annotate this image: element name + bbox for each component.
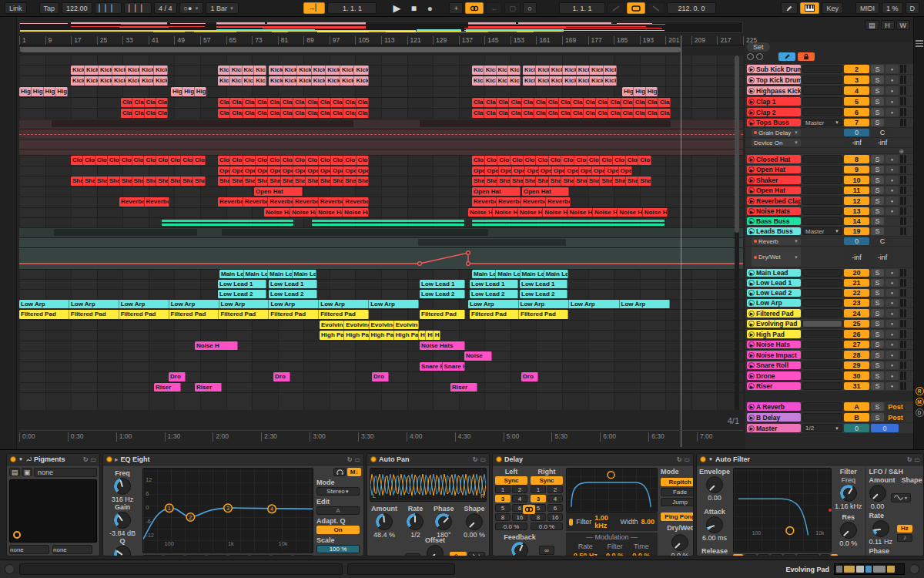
automation-value-box[interactable]: -inf: [871, 247, 894, 267]
show-mixer-toggle-m[interactable]: M: [916, 398, 924, 406]
arm-button[interactable]: ●: [886, 382, 899, 390]
track-header-row[interactable]: ▶High Pad26S●: [745, 329, 913, 339]
solo-button[interactable]: S: [871, 382, 884, 390]
device-on-led[interactable]: [370, 456, 377, 462]
output-routing-menu[interactable]: Master▼: [802, 119, 842, 126]
clip[interactable]: KickKickKickKickKickKickKick: [523, 66, 617, 75]
time-signature-field[interactable]: 4 / 4: [154, 2, 177, 14]
arm-button[interactable]: ●: [886, 187, 899, 194]
beat-button-2[interactable]: 2: [547, 486, 563, 493]
track-number-badge[interactable]: 23: [844, 299, 869, 307]
sync-toggle-right[interactable]: Sync: [531, 476, 563, 485]
track-header-row[interactable]: ▶Noise Hats13S●: [745, 207, 913, 216]
save-preset-icon[interactable]: ▭: [354, 456, 360, 463]
af-release-knob[interactable]: [706, 556, 723, 556]
arm-button[interactable]: ●: [886, 341, 899, 348]
solo-button[interactable]: S: [871, 289, 884, 297]
solo-button[interactable]: S: [871, 108, 884, 116]
draw-mode-button[interactable]: [781, 2, 798, 14]
solo-button[interactable]: S: [871, 371, 884, 380]
show-detail-button[interactable]: [909, 564, 919, 574]
lock-icon[interactable]: ▣: [22, 468, 32, 476]
track-number-badge[interactable]: 7: [844, 119, 869, 126]
clip[interactable]: HighHighHighHigh: [19, 87, 68, 96]
track-header-row[interactable]: ⊕: [745, 148, 913, 153]
radio-icon-1[interactable]: [747, 53, 754, 60]
input-routing-box[interactable]: [802, 65, 842, 73]
automation-device-menu[interactable]: Dry/Wet▼: [752, 247, 801, 267]
adaptive-q-toggle[interactable]: On: [316, 526, 360, 534]
post-toggle[interactable]: Post: [886, 413, 906, 422]
hot-swap-icon[interactable]: ↻: [907, 456, 912, 463]
track-header-row[interactable]: ▶Evolving Pad25S●: [745, 319, 913, 328]
arrangement-row-tops-buss[interactable]: [19, 119, 743, 129]
af-envelope-knob[interactable]: [706, 476, 723, 493]
af-attack-knob[interactable]: [706, 516, 723, 533]
clip[interactable]: Low ArpLow ArpLow ArpLow Arp: [468, 300, 670, 308]
track-title[interactable]: ▶Highpass Kick: [747, 86, 801, 95]
solo-button[interactable]: S: [871, 351, 884, 359]
arm-button[interactable]: ●: [886, 330, 899, 338]
track-number-badge[interactable]: 5: [844, 97, 869, 106]
automation-device-menu[interactable]: Grain Delay▼: [752, 129, 801, 136]
beat-button-1[interactable]: 1: [531, 486, 546, 493]
hot-swap-icon[interactable]: ↻: [473, 456, 478, 463]
af-res-knob[interactable]: [840, 522, 857, 539]
track-header-row[interactable]: ▶Drone30S●: [745, 371, 913, 381]
track-title[interactable]: ▶Reverbed Clap: [747, 197, 801, 205]
filter-type-notch[interactable]: [771, 554, 782, 556]
clip[interactable]: ClosClosClosClosClosClosClosClosClosClos…: [71, 156, 206, 165]
track-header-row[interactable]: Grain Delay▼0C: [745, 128, 913, 137]
track-header-row[interactable]: Device On▼-inf-inf: [745, 138, 913, 147]
track-number-badge[interactable]: 31: [844, 382, 869, 390]
input-routing-box[interactable]: [802, 97, 842, 106]
input-routing-box[interactable]: [802, 166, 842, 173]
clip[interactable]: ClapClapClapClap: [121, 109, 168, 118]
arrangement-row-plus[interactable]: [19, 150, 743, 156]
autopan-rate-knob[interactable]: [407, 513, 424, 530]
input-routing-box[interactable]: [802, 309, 842, 318]
beat-button-3[interactable]: 3: [531, 495, 546, 502]
punch-out-button[interactable]: [648, 2, 665, 14]
track-height-toggle-h[interactable]: H: [881, 20, 895, 30]
hot-swap-icon[interactable]: ↻: [347, 456, 353, 463]
lfo-phase-knob[interactable]: [869, 556, 886, 556]
fold-icon[interactable]: ▼: [18, 457, 23, 462]
track-title[interactable]: ▶Sub Kick Drum: [747, 65, 801, 73]
mode-jump[interactable]: Jump: [661, 498, 694, 506]
track-header-row[interactable]: ▶Clap 26S●: [745, 107, 913, 117]
input-routing-box[interactable]: [802, 217, 842, 225]
track-title[interactable]: ▶B Delay: [747, 413, 801, 422]
punch-in-button[interactable]: [608, 2, 624, 14]
track-title[interactable]: ▶Main Lead: [747, 269, 801, 277]
track-title[interactable]: ▶Closed Hat: [747, 155, 801, 163]
input-routing-box[interactable]: [802, 330, 842, 338]
clip[interactable]: KickKickKickKickKickKickKick: [269, 66, 369, 75]
filter-type-lowpass[interactable]: [733, 554, 743, 556]
track-title[interactable]: ▶Drone: [747, 371, 801, 380]
band-shape-menu[interactable]: ▼: [207, 555, 227, 556]
show-returns-toggle-r[interactable]: R: [916, 387, 924, 395]
track-number-badge[interactable]: 3: [844, 76, 869, 84]
track-header-row[interactable]: Dry/Wet▼-inf-inf: [745, 247, 913, 267]
solo-button[interactable]: S: [871, 299, 884, 307]
clip[interactable]: Low ArpLow ArpLow ArpLow ArpLow ArpLow A…: [19, 300, 419, 308]
return-letter-badge[interactable]: A: [844, 402, 869, 411]
draw-grid-button[interactable]: ▢: [504, 2, 521, 14]
arm-button[interactable]: ●: [886, 361, 899, 369]
track-number-badge[interactable]: 14: [844, 217, 869, 225]
clip[interactable]: Noise: [464, 351, 492, 361]
arrangement-row-low-arp[interactable]: Low ArpLow ArpLow ArpLow ArpLow ArpLow A…: [19, 300, 743, 310]
solo-button[interactable]: S: [871, 227, 884, 235]
return-track-row[interactable]: ▶A ReverbASPost: [745, 402, 913, 412]
arrangement-row-clap-1[interactable]: ClapClapClapClapClapClapClapClapClapClap…: [19, 98, 743, 109]
eq-edit-button[interactable]: A: [316, 506, 360, 515]
clip[interactable]: Dro: [372, 372, 389, 381]
filter-enable-checkbox[interactable]: [569, 519, 573, 526]
arm-button[interactable]: ●: [886, 197, 899, 205]
save-preset-icon[interactable]: ▭: [480, 456, 486, 463]
track-header-row[interactable]: ▶Leads BussMaster▼19S: [745, 227, 913, 236]
width-value[interactable]: 8.00: [641, 518, 655, 526]
clip[interactable]: ShaShaShaShaShaShaShaShaShaShaShaSha: [218, 176, 369, 186]
arrangement-row-filtered-pad[interactable]: Filtered PadFiltered PadFiltered PadFilt…: [19, 310, 743, 321]
